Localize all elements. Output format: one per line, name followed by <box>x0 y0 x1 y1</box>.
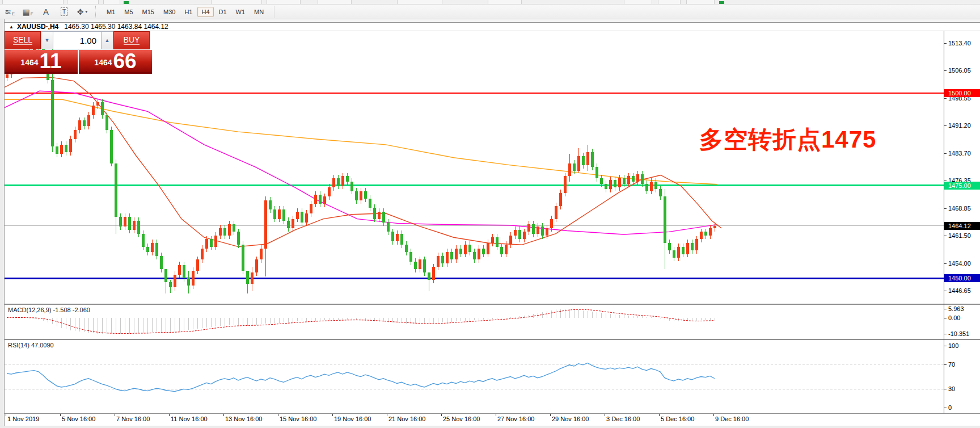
mt4-terminal: ≋E ▦F A T ✥▾ M1M5M15M30H1H4D1W1MN ▲ XAUU… <box>0 0 980 428</box>
volume-increase-button[interactable]: ▲ <box>101 31 113 49</box>
price-tick: 1483.70 <box>948 149 980 157</box>
textbox-icon[interactable]: T <box>56 6 73 18</box>
time-axis-label: 27 Nov 16:00 <box>497 416 534 422</box>
timeframe-button-w1[interactable]: W1 <box>232 7 250 17</box>
time-axis-label: 9 Dec 16:00 <box>715 416 749 422</box>
toolbar-separator <box>95 6 100 18</box>
time-axis-label: 15 Nov 16:00 <box>280 416 316 422</box>
timeframe-button-d1[interactable]: D1 <box>215 7 231 17</box>
price-tick: 1513.40 <box>948 39 980 47</box>
time-axis-label: 1 Nov 2019 <box>7 416 39 422</box>
window-frame-left <box>0 19 5 428</box>
volume-input[interactable] <box>53 31 101 49</box>
time-axis-label: 5 Dec 16:00 <box>661 416 694 422</box>
autotrading-icon <box>124 1 129 4</box>
bid-price-pips: 11 <box>40 52 62 71</box>
timeframe-button-m30[interactable]: M30 <box>159 7 179 17</box>
current-price-badge: 1464.12 <box>944 222 980 230</box>
buy-button[interactable]: BUY <box>113 31 150 49</box>
time-axis-label: 3 Dec 16:00 <box>606 416 640 422</box>
time-axis: 1 Nov 20195 Nov 16:007 Nov 16:0011 Nov 1… <box>5 414 980 426</box>
text-a-icon[interactable]: A <box>37 6 54 18</box>
time-axis-label: 19 Nov 16:00 <box>334 416 371 422</box>
macd-tick: 5.963 <box>948 305 980 313</box>
price-tick: 1506.05 <box>948 66 980 74</box>
time-axis-label: 11 Nov 16:00 <box>171 416 208 422</box>
time-axis-label: 13 Nov 16:00 <box>225 416 262 422</box>
timeframe-button-h4[interactable]: H4 <box>197 7 213 17</box>
chart-annotation-text[interactable]: 多空转折点1475 <box>699 124 876 156</box>
macd-tick: 0.00 <box>948 314 980 322</box>
sell-button[interactable]: SELL <box>5 31 41 49</box>
timeframe-button-m15[interactable]: M15 <box>138 7 158 17</box>
rsi-tick: 70 <box>948 360 980 368</box>
pane-separator[interactable] <box>5 339 980 340</box>
ask-price-tile[interactable]: 1464 66 <box>79 50 152 74</box>
chart-toolbar: ≋E ▦F A T ✥▾ M1M5M15M30H1H4D1W1MN <box>0 5 980 19</box>
ask-price-main: 1464 <box>94 54 112 71</box>
ask-price-pips: 66 <box>113 52 137 71</box>
resistance-line-badge: 1500.00 <box>944 89 980 97</box>
grid-f-icon[interactable]: ▦F <box>19 6 36 18</box>
pivot-line-badge: 1475.00 <box>944 182 980 190</box>
price-tick: 1491.20 <box>948 121 980 129</box>
rsi-label: RSI(14) 47.0090 <box>8 342 54 349</box>
timeframe-button-m5[interactable]: M5 <box>120 7 137 17</box>
bid-price-main: 1464 <box>20 54 38 71</box>
time-axis-label: 29 Nov 16:00 <box>552 416 589 422</box>
time-axis-label: 21 Nov 16:00 <box>388 416 425 422</box>
timeframe-button-m1[interactable]: M1 <box>103 7 119 17</box>
price-tick: 1468.85 <box>948 204 980 212</box>
one-click-trading-panel: SELL ▼ ▲ BUY 1464 11 1464 66 <box>5 31 152 74</box>
time-axis-label: 7 Nov 16:00 <box>116 416 150 422</box>
pane-separator[interactable] <box>5 304 980 305</box>
price-tick: 1454.00 <box>948 259 980 267</box>
bottom-frame <box>0 426 980 428</box>
symbol-label: XAUUSD-,H4 <box>17 23 58 31</box>
time-axis-label: 25 Nov 16:00 <box>443 416 480 422</box>
rsi-tick: 100 <box>948 342 980 350</box>
collapse-triangle-icon[interactable]: ▲ <box>9 24 14 30</box>
rsi-indicator-pane[interactable] <box>5 340 944 413</box>
top-toolbar-sliver <box>0 0 980 5</box>
arrows-dropdown-icon[interactable]: ✥▾ <box>74 6 91 18</box>
status-icon <box>719 1 724 4</box>
indicators-icon[interactable]: ≋E <box>1 6 18 18</box>
ohlc-values: 1465.30 1465.30 1463.84 1464.12 <box>64 23 168 31</box>
macd-tick: -10.351 <box>948 330 980 338</box>
timeframe-button-mn[interactable]: MN <box>250 7 268 17</box>
toolbar-separator-2 <box>274 6 274 18</box>
time-axis-label: 5 Nov 16:00 <box>62 416 95 422</box>
chart-title-bar: ▲ XAUUSD-,H4 1465.30 1465.30 1463.84 146… <box>5 23 980 31</box>
macd-indicator-pane[interactable] <box>5 305 944 339</box>
bid-price-tile[interactable]: 1464 11 <box>5 50 78 74</box>
price-tick: 1461.50 <box>948 232 980 240</box>
macd-label: MACD(12,26,9) -1.508 -2.060 <box>8 307 90 313</box>
rsi-tick: 30 <box>948 385 980 393</box>
timeframe-button-h1[interactable]: H1 <box>180 7 196 17</box>
price-tick: 1446.65 <box>948 287 980 295</box>
timeframe-buttons: M1M5M15M30H1H4D1W1MN <box>102 7 268 17</box>
rsi-tick: 0 <box>948 404 980 412</box>
support-line-badge: 1450.00 <box>944 274 980 282</box>
volume-decrease-button[interactable]: ▼ <box>41 31 53 49</box>
